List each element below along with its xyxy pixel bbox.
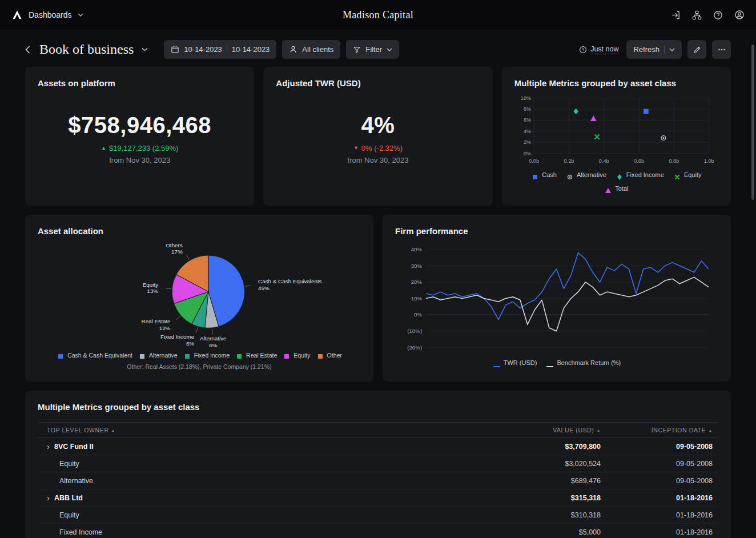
table-row[interactable]: ›ABB Ltd$315,31801-18-2016: [38, 489, 718, 507]
svg-text:Real Estate12%: Real Estate12%: [142, 318, 171, 331]
legend-marker-icon: [138, 353, 146, 360]
signout-button[interactable]: [671, 10, 681, 20]
charts-row: Asset allocation Cash & Cash Equivalents…: [25, 215, 731, 382]
table-row[interactable]: Alternative$689,47609-05-2008: [38, 472, 718, 489]
refresh-label: Refresh: [633, 45, 660, 54]
top-nav: Dashboards Madison Capital: [0, 0, 756, 30]
last-updated-label: Just now: [590, 45, 618, 54]
table-row[interactable]: Equity$310,31801-18-2016: [38, 507, 718, 524]
owner-label: Alternative: [59, 477, 93, 485]
legend-marker-icon: [546, 363, 554, 370]
assets-kpi: $758,946,468 ▲ $19,127,233 (2.59%) from …: [38, 82, 242, 194]
legend-item[interactable]: Total: [604, 183, 628, 194]
owner-label: Equity: [59, 460, 79, 468]
scatter-chart[interactable]: 0.0b0.2b0.4b0.6b0.8b1.0b0%2%4%6%8%10%: [514, 93, 718, 167]
last-updated[interactable]: Just now: [579, 45, 618, 54]
edit-button[interactable]: [687, 40, 706, 59]
legend-item[interactable]: Cash: [531, 169, 557, 180]
account-button[interactable]: [734, 10, 745, 20]
owner-label: Equity: [59, 511, 79, 519]
app-logo: [11, 9, 23, 21]
hierarchy-button[interactable]: [692, 10, 702, 20]
legend-label: Benchmark Return (%): [557, 359, 621, 366]
legend-item[interactable]: Alternative: [566, 169, 606, 180]
owner-cell: Equity: [47, 511, 481, 519]
column-header[interactable]: INCEPTION DATE▲: [601, 427, 713, 433]
svg-text:1.0b: 1.0b: [703, 158, 714, 164]
refresh-button[interactable]: Refresh: [626, 40, 682, 59]
metrics-table-card: Multiple Metrics grouped by asset class …: [25, 391, 731, 538]
twr-delta: ▼ 0% (-2.32%): [353, 144, 403, 152]
twr-value: 4%: [361, 113, 395, 138]
expand-chevron-icon[interactable]: ›: [47, 493, 50, 502]
svg-text:0.0b: 0.0b: [529, 158, 539, 164]
owner-cell: ›ABB Ltd: [47, 493, 481, 502]
legend-marker-icon: [616, 174, 624, 180]
svg-text:6%: 6%: [524, 117, 531, 123]
legend-item[interactable]: Other: [316, 351, 342, 360]
more-button[interactable]: [712, 40, 731, 59]
performance-line-chart[interactable]: 40%30%20%10%0%(10%)(20%): [395, 244, 718, 353]
owner-label: ABB Ltd: [54, 494, 83, 502]
table-row-section: Multiple Metrics grouped by asset class …: [25, 391, 731, 538]
legend-label: TWR (USD): [504, 359, 537, 366]
clock-icon: [579, 46, 587, 54]
legend-label: Real Estate: [246, 352, 277, 359]
title-chevron-down-icon[interactable]: [142, 47, 148, 51]
date-start: 10-14-2023: [184, 45, 222, 54]
allocation-footnote: Other: Real Assets (2.18%), Private Comp…: [38, 363, 361, 370]
dashboards-menu[interactable]: Dashboards: [11, 9, 83, 21]
legend-item[interactable]: Cash & Cash Equivalent: [57, 351, 132, 360]
chevron-down-icon[interactable]: [669, 48, 675, 51]
firm-performance-card: Firm performance 40%30%20%10%0%(10%)(20%…: [383, 215, 731, 382]
owner-cell: Fixed Income: [47, 528, 481, 536]
legend-marker-icon: [283, 353, 291, 360]
table-row[interactable]: Equity$3,020,52409-05-2008: [38, 455, 718, 472]
table-row[interactable]: ›8VC Fund II$3,709,80009-05-2008: [38, 438, 718, 455]
legend-item[interactable]: TWR (USD): [493, 355, 537, 370]
legend-label: Total: [615, 185, 628, 192]
legend-item[interactable]: Alternative: [138, 351, 178, 360]
allocation-pie-chart[interactable]: Cash & Cash Equivalents45%Alternative6%F…: [38, 238, 361, 348]
svg-text:Cash & Cash Equivalents45%: Cash & Cash Equivalents45%: [258, 278, 322, 291]
clients-filter-button[interactable]: All clients: [282, 40, 340, 59]
dashboard-title[interactable]: Book of business: [39, 42, 134, 57]
legend-marker-icon: [235, 353, 243, 360]
column-header[interactable]: TOP LEVEL OWNER▲: [47, 427, 481, 433]
legend-item[interactable]: Benchmark Return (%): [546, 355, 621, 370]
legend-marker-icon: [673, 174, 681, 180]
date-range-button[interactable]: 10-14-2023 10-14-2023: [164, 40, 276, 59]
clients-label: All clients: [302, 45, 333, 54]
expand-chevron-icon[interactable]: ›: [47, 442, 50, 451]
legend-item[interactable]: Fixed income: [183, 351, 230, 360]
legend-item[interactable]: Equity: [673, 169, 702, 180]
svg-text:10%: 10%: [411, 295, 423, 302]
twr-delta-text: 0% (-2.32%): [361, 144, 403, 152]
twr-subtext: from Nov 30, 2023: [348, 156, 409, 164]
table-header: TOP LEVEL OWNER▲VALUE (USD)▲INCEPTION DA…: [38, 422, 718, 438]
owner-label: Fixed Income: [59, 528, 102, 536]
table-row[interactable]: Fixed Income$5,00001-18-2016: [38, 524, 718, 538]
page-scrollbar[interactable]: [751, 45, 754, 200]
dashboard-toolbar: Book of business 10-14-2023 10-14-2023 A…: [25, 40, 731, 59]
svg-text:4%: 4%: [524, 129, 531, 134]
allocation-card-title: Asset allocation: [38, 226, 361, 236]
svg-text:2%: 2%: [524, 139, 531, 145]
legend-item[interactable]: Fixed Income: [616, 169, 664, 180]
svg-text:Others17%: Others17%: [166, 242, 183, 255]
help-button[interactable]: [713, 10, 723, 20]
owner-cell: ›8VC Fund II: [47, 442, 481, 451]
funnel-icon: [353, 46, 361, 54]
column-header-label: TOP LEVEL OWNER: [47, 427, 109, 433]
sort-arrow-icon[interactable]: ▲: [111, 428, 116, 432]
legend-item[interactable]: Real Estate: [235, 351, 277, 360]
filter-button[interactable]: Filter: [346, 40, 399, 59]
back-button[interactable]: [25, 46, 30, 54]
inception-date-cell: 01-18-2016: [601, 528, 713, 536]
sort-arrow-icon[interactable]: ▲: [708, 428, 713, 432]
sort-arrow-icon[interactable]: ▲: [596, 428, 601, 432]
signout-icon: [671, 10, 681, 20]
svg-text:(20%): (20%): [407, 344, 422, 351]
column-header[interactable]: VALUE (USD)▲: [481, 427, 601, 433]
legend-item[interactable]: Equity: [283, 351, 310, 360]
